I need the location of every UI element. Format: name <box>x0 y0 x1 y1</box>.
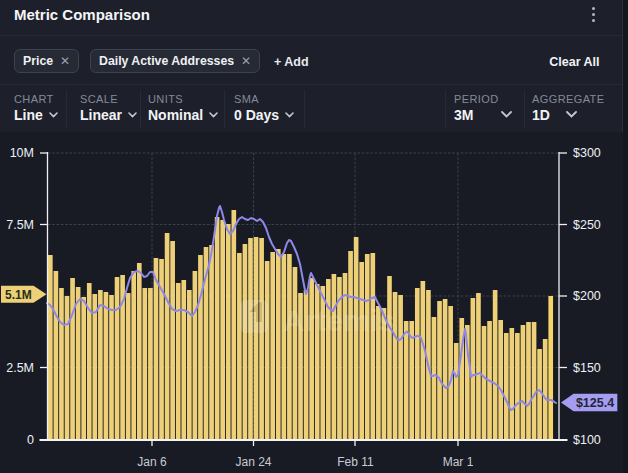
svg-text:Artemis: Artemis <box>283 304 395 337</box>
svg-text:Feb 11: Feb 11 <box>337 455 374 469</box>
svg-text:$125.4: $125.4 <box>576 396 614 410</box>
svg-text:5.1M: 5.1M <box>5 288 32 302</box>
svg-text:Mar 1: Mar 1 <box>443 455 474 469</box>
svg-text:$300: $300 <box>573 146 601 160</box>
svg-text:0: 0 <box>27 433 34 447</box>
svg-text:$100: $100 <box>573 433 601 447</box>
svg-text:Jan 6: Jan 6 <box>137 455 167 469</box>
svg-text:10M: 10M <box>10 146 34 160</box>
svg-text:Jan 24: Jan 24 <box>235 455 271 469</box>
svg-text:2.5M: 2.5M <box>6 361 34 375</box>
svg-text:7.5M: 7.5M <box>6 218 34 232</box>
svg-text:$150: $150 <box>573 361 601 375</box>
svg-text:$200: $200 <box>573 289 601 303</box>
svg-text:$250: $250 <box>573 218 601 232</box>
